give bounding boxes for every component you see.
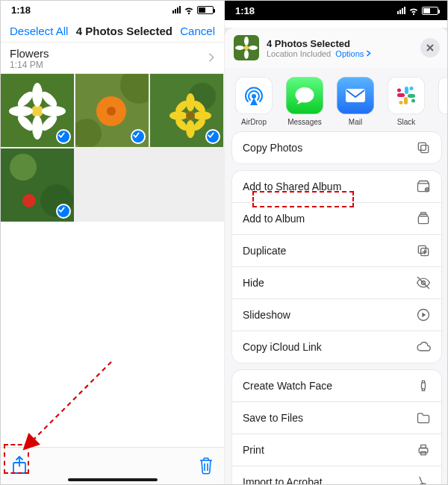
close-button[interactable]: [420, 38, 440, 57]
app-messages[interactable]: Messages: [286, 77, 323, 126]
status-bar: 1:18: [225, 1, 448, 20]
svg-point-28: [10, 154, 37, 181]
status-icons: [172, 4, 214, 15]
app-label: Mail: [349, 118, 362, 126]
svg-point-35: [244, 50, 249, 59]
svg-rect-39: [346, 89, 365, 102]
svg-rect-54: [421, 213, 426, 215]
svg-point-14: [107, 107, 116, 116]
cell-signal-icon: [397, 7, 405, 14]
mail-icon: [337, 77, 374, 114]
share-sheet: 4 Photos Selected Location Included Opti…: [225, 28, 448, 485]
share-apps-row[interactable]: AirDrop Messages Mail: [225, 68, 448, 132]
svg-point-19: [186, 120, 195, 138]
airdrop-icon: [235, 77, 273, 114]
action-acrobat[interactable]: Import to Acrobat: [232, 466, 441, 485]
action-hide[interactable]: Hide: [232, 266, 441, 298]
shared-album-icon: [416, 179, 431, 194]
app-mail[interactable]: Mail: [337, 77, 374, 126]
clock: 1:18: [235, 5, 255, 16]
selected-check-icon: [56, 129, 71, 144]
photo-thumbnail[interactable]: [1, 74, 74, 147]
action-album[interactable]: Add to Album: [232, 202, 441, 234]
action-group: Create Watch FaceSave to FilesPrintImpor…: [232, 370, 441, 485]
svg-rect-44: [404, 97, 408, 104]
app-slack[interactable]: Slack: [388, 77, 425, 126]
action-label: Slideshow: [243, 309, 290, 321]
action-shared-album[interactable]: Add to Shared Album: [232, 171, 441, 202]
action-groups: Copy Photos Add to Shared AlbumAdd to Al…: [225, 132, 448, 485]
album-header[interactable]: Flowers 1:14 PM: [1, 42, 224, 74]
svg-rect-62: [421, 445, 426, 448]
battery-icon: [197, 6, 214, 14]
share-sheet-header: 4 Photos Selected Location Included Opti…: [225, 28, 448, 68]
svg-point-45: [399, 101, 403, 104]
clock: 1:18: [11, 4, 31, 16]
hide-icon: [416, 275, 431, 290]
svg-point-26: [186, 111, 195, 120]
svg-rect-48: [421, 146, 429, 153]
cancel-link[interactable]: Cancel: [180, 25, 215, 37]
share-thumbnail: [234, 35, 259, 60]
photo-thumbnail[interactable]: [150, 74, 223, 147]
app-more[interactable]: [438, 77, 448, 126]
chevron-right-icon: [208, 52, 215, 66]
svg-rect-46: [397, 93, 405, 97]
selected-check-icon: [131, 129, 146, 144]
svg-point-4: [9, 106, 33, 116]
svg-point-1: [31, 105, 43, 117]
play-icon: [416, 307, 431, 322]
action-printer[interactable]: Print: [232, 434, 441, 466]
wifi-icon: [184, 4, 194, 15]
app-label: AirDrop: [241, 118, 267, 126]
photo-thumbnail[interactable]: [75, 74, 149, 147]
selection-header: Deselect All 4 Photos Selected Cancel: [1, 19, 224, 42]
folder-icon: [416, 410, 431, 425]
album-name: Flowers: [10, 47, 49, 60]
photo-grid: [1, 74, 224, 222]
svg-rect-42: [408, 94, 415, 98]
printer-icon: [416, 442, 431, 457]
action-folder[interactable]: Save to Files: [232, 401, 441, 434]
phone-right: 1:18 4 Photos Selected Location Included…: [225, 1, 448, 485]
svg-rect-61: [419, 448, 428, 454]
action-duplicate[interactable]: Duplicate: [232, 234, 441, 266]
svg-point-2: [32, 83, 43, 107]
action-cloud[interactable]: Copy iCloud Link: [232, 331, 441, 363]
trash-icon[interactable]: [199, 457, 214, 478]
cloud-icon: [416, 340, 431, 354]
svg-point-33: [244, 46, 249, 50]
deselect-all-link[interactable]: Deselect All: [10, 25, 68, 37]
options-link[interactable]: Options: [335, 49, 371, 58]
messages-icon: [286, 77, 323, 114]
action-label: Add to Album: [243, 213, 305, 225]
copy-icon: [416, 140, 431, 155]
svg-point-3: [32, 116, 43, 140]
svg-point-37: [249, 46, 258, 50]
svg-point-5: [42, 106, 66, 116]
action-label: Hide: [243, 277, 264, 289]
action-label: Create Watch Face: [243, 380, 332, 392]
app-airdrop[interactable]: AirDrop: [235, 77, 273, 126]
action-copy[interactable]: Copy Photos: [232, 132, 441, 163]
share-title: 4 Photos Selected: [267, 38, 413, 49]
share-icon[interactable]: [11, 456, 28, 478]
action-label: Save to Files: [243, 412, 303, 424]
status-bar: 1:18: [1, 1, 224, 19]
album-icon: [416, 211, 431, 226]
action-label: Print: [243, 444, 264, 456]
action-watch[interactable]: Create Watch Face: [232, 370, 441, 401]
home-indicator[interactable]: [68, 478, 158, 481]
svg-rect-49: [418, 143, 426, 150]
wifi-icon: [408, 5, 419, 16]
action-group: Copy Photos: [232, 132, 441, 163]
svg-rect-52: [418, 216, 428, 224]
photo-thumbnail[interactable]: [1, 148, 74, 222]
app-label: Messages: [287, 118, 322, 126]
svg-point-36: [235, 46, 244, 50]
screenshot-stage: 1:18 Deselect All 4 Photos Selected Canc…: [0, 0, 448, 485]
status-icons: [397, 5, 438, 16]
selected-check-icon: [205, 129, 220, 144]
action-play[interactable]: Slideshow: [232, 298, 441, 331]
share-subtitle: Location Included Options: [267, 49, 413, 58]
